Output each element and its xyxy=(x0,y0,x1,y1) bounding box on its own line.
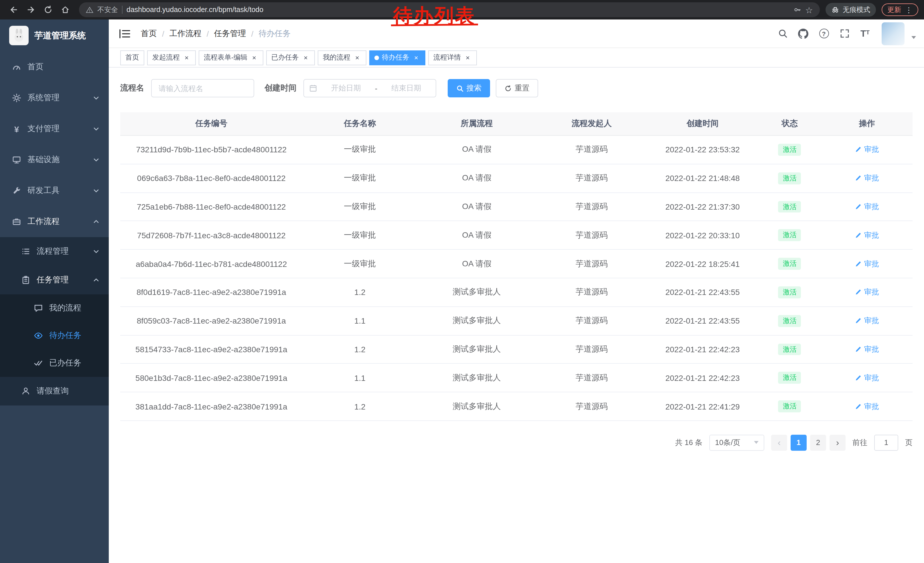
sidebar-item-label: 研发工具 xyxy=(27,186,60,196)
cell-task-name: 一级审批 xyxy=(303,192,417,221)
search-button[interactable]: 搜索 xyxy=(448,79,490,98)
sidebar-toggle-button[interactable] xyxy=(117,26,133,41)
fullscreen-button[interactable] xyxy=(836,25,853,42)
approve-link[interactable]: 审批 xyxy=(855,401,879,411)
cell-action: 审批 xyxy=(822,335,912,364)
user-avatar[interactable] xyxy=(882,22,904,45)
close-icon[interactable]: × xyxy=(302,54,310,62)
fullscreen-icon xyxy=(840,29,849,38)
approve-link[interactable]: 审批 xyxy=(855,230,879,240)
browser-home-button[interactable] xyxy=(57,2,73,18)
github-icon xyxy=(798,29,808,39)
sidebar-item-payment[interactable]: ¥ 支付管理 xyxy=(0,113,109,144)
screenshot-root: 不安全 dashboard.yudao.iocoder.cn/bpm/task/… xyxy=(0,0,924,563)
github-link-button[interactable] xyxy=(795,25,812,42)
breadcrumb-home[interactable]: 首页 xyxy=(141,29,157,39)
cell-task-id: 58154733-7ac8-11ec-a9e2-a2380e71991a xyxy=(120,335,303,364)
password-key-icon[interactable] xyxy=(793,6,801,14)
goto-page-input[interactable] xyxy=(874,435,898,451)
reset-button[interactable]: 重置 xyxy=(496,79,538,98)
double-check-icon xyxy=(33,359,44,368)
prev-page-button[interactable]: ‹ xyxy=(771,435,787,451)
sidebar-item-label: 待办任务 xyxy=(49,330,81,341)
cell-initiator: 芋道源码 xyxy=(536,278,647,307)
font-size-button[interactable]: TT xyxy=(856,25,874,42)
question-icon: ? xyxy=(819,29,829,38)
approve-link[interactable]: 审批 xyxy=(855,201,879,212)
browser-forward-button[interactable] xyxy=(23,2,39,18)
status-badge: 激活 xyxy=(778,315,801,327)
font-size-icon: TT xyxy=(861,29,870,38)
sidebar-item-system[interactable]: 系统管理 xyxy=(0,83,109,113)
date-range-picker[interactable]: 开始日期 - 结束日期 xyxy=(303,79,436,98)
tag-home[interactable]: 首页 xyxy=(120,50,144,65)
sidebar-item-leave-query[interactable]: 请假查询 xyxy=(0,377,109,405)
sidebar-item-task-mgmt[interactable]: 任务管理 xyxy=(0,266,109,294)
calendar-icon xyxy=(309,84,317,92)
sidebar-item-workflow[interactable]: 工作流程 xyxy=(0,206,109,237)
approve-link[interactable]: 审批 xyxy=(855,373,879,383)
header-search-button[interactable] xyxy=(774,25,791,42)
cell-initiator: 芋道源码 xyxy=(536,249,647,278)
tag-done-tasks[interactable]: 已办任务 × xyxy=(266,50,315,65)
process-name-input[interactable] xyxy=(151,79,254,98)
browser-refresh-button[interactable] xyxy=(40,2,56,18)
table-row: 73211d9d-7b9b-11ec-b5b7-acde48001122 一级审… xyxy=(120,135,912,164)
sidebar-item-done-tasks[interactable]: 已办任务 xyxy=(0,349,109,377)
breadcrumb-task-mgmt[interactable]: 任务管理 xyxy=(214,29,246,39)
filter-form: 流程名 创建时间 开始日期 - 结束日期 xyxy=(120,79,912,98)
breadcrumb-separator: / xyxy=(207,29,209,38)
sidebar-item-my-process[interactable]: 我的流程 xyxy=(0,294,109,322)
cell-initiator: 芋道源码 xyxy=(536,164,647,193)
close-icon[interactable]: × xyxy=(183,54,190,62)
approve-link[interactable]: 审批 xyxy=(855,344,879,354)
approve-link[interactable]: 审批 xyxy=(855,173,879,183)
page-size-select[interactable]: 10条/页 xyxy=(710,435,764,451)
browser-menu-icon[interactable]: ⋮ xyxy=(905,6,912,14)
tag-process-form-edit[interactable]: 流程表单-编辑 × xyxy=(199,50,263,65)
cell-action: 审批 xyxy=(822,135,912,164)
sidebar-item-label: 工作流程 xyxy=(27,216,60,227)
tag-process-detail[interactable]: 流程详情 × xyxy=(428,50,477,65)
breadcrumb-workflow[interactable]: 工作流程 xyxy=(170,29,201,39)
sidebar-item-infrastructure[interactable]: 基础设施 xyxy=(0,144,109,175)
address-bar[interactable]: 不安全 dashboard.yudao.iocoder.cn/bpm/task/… xyxy=(79,2,820,17)
edit-icon xyxy=(855,375,862,381)
approve-link-label: 审批 xyxy=(864,258,879,269)
browser-update-button[interactable]: 更新 ⋮ xyxy=(882,3,918,16)
tag-start-process[interactable]: 发起流程 × xyxy=(147,50,196,65)
tag-todo-tasks[interactable]: 待办任务 × xyxy=(369,50,425,65)
sidebar-item-devtools[interactable]: 研发工具 xyxy=(0,175,109,206)
edit-icon xyxy=(855,260,862,267)
column-header-process: 所属流程 xyxy=(417,112,536,135)
page-button-2[interactable]: 2 xyxy=(810,435,826,451)
approve-link[interactable]: 审批 xyxy=(855,145,879,155)
approve-link[interactable]: 审批 xyxy=(855,258,879,269)
close-icon[interactable]: × xyxy=(464,54,472,62)
sidebar-item-process-mgmt[interactable]: 流程管理 xyxy=(0,237,109,266)
close-icon[interactable]: × xyxy=(412,54,420,62)
cell-created: 2022-01-22 18:25:41 xyxy=(647,249,758,278)
app-title: 芋道管理系统 xyxy=(34,30,86,41)
close-icon[interactable]: × xyxy=(250,54,258,62)
avatar-caret-down-icon[interactable] xyxy=(911,36,916,39)
help-doc-button[interactable]: ? xyxy=(815,25,832,42)
next-page-button[interactable]: › xyxy=(830,435,846,451)
table-row: 069c6a63-7b8a-11ec-8ef0-acde48001122 一级审… xyxy=(120,164,912,193)
browser-back-button[interactable] xyxy=(6,2,22,18)
sidebar-item-home[interactable]: 首页 xyxy=(0,51,109,83)
reset-button-label: 重置 xyxy=(514,83,530,93)
update-label: 更新 xyxy=(887,5,901,15)
column-header-task-id: 任务编号 xyxy=(120,112,303,135)
approve-link[interactable]: 审批 xyxy=(855,315,879,326)
column-header-created: 创建时间 xyxy=(647,112,758,135)
approve-link[interactable]: 审批 xyxy=(855,287,879,297)
app-logo-row[interactable]: 芋道管理系统 xyxy=(0,20,109,51)
tag-label: 已办任务 xyxy=(272,53,299,62)
cell-status: 激活 xyxy=(758,307,821,335)
tag-my-process[interactable]: 我的流程 × xyxy=(318,50,366,65)
sidebar-item-todo-tasks[interactable]: 待办任务 xyxy=(0,322,109,349)
page-button-1[interactable]: 1 xyxy=(790,435,807,451)
bookmark-star-icon[interactable]: ☆ xyxy=(805,6,813,14)
close-icon[interactable]: × xyxy=(353,54,361,62)
